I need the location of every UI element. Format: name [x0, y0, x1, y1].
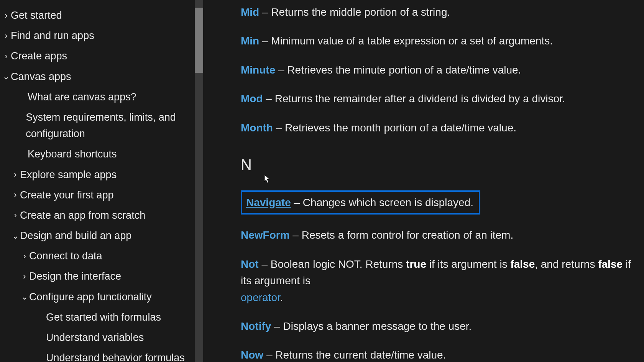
- fn-desc: Returns the middle portion of a string.: [271, 6, 450, 18]
- chevron-right-icon[interactable]: ›: [2, 32, 11, 40]
- sidebar-item[interactable]: ›Design the interface: [0, 266, 196, 287]
- operator-link[interactable]: operator: [241, 292, 280, 303]
- sidebar-item[interactable]: ›Get started: [0, 5, 196, 26]
- period: .: [280, 292, 283, 303]
- fn-entry: Notify – Displays a banner message to th…: [241, 318, 644, 334]
- fn-entry: Minute – Retrieves the minute portion of…: [241, 62, 644, 78]
- sidebar-item[interactable]: ›Understand variables: [0, 328, 196, 348]
- sidebar-item[interactable]: ›Keyboard shortcuts: [0, 144, 196, 164]
- sidebar-item[interactable]: ›Connect to data: [0, 246, 196, 266]
- chevron-right-icon[interactable]: ›: [2, 52, 11, 61]
- entry-dash: –: [274, 320, 283, 332]
- sidebar-scrollbar-thumb[interactable]: [195, 8, 203, 73]
- fn-desc: Minimum value of a table expression or a…: [271, 35, 553, 47]
- chevron-right-icon[interactable]: ›: [11, 211, 20, 219]
- section-heading-n: N: [241, 153, 644, 177]
- chevron-right-icon[interactable]: ›: [20, 272, 29, 281]
- sidebar-item-label: Create your first app: [20, 187, 114, 203]
- fn-entry: Mid – Returns the middle portion of a st…: [241, 4, 644, 20]
- chevron-down-icon[interactable]: ⌄: [20, 293, 29, 301]
- fn-desc: Returns the remainder after a dividend i…: [275, 93, 565, 105]
- fn-entry: Min – Minimum value of a table expressio…: [241, 33, 644, 49]
- entry-dash: –: [261, 258, 270, 270]
- sidebar-item[interactable]: ›System requirements, limits, and config…: [0, 107, 196, 144]
- sidebar-item[interactable]: ›Understand behavior formulas: [0, 348, 196, 362]
- sidebar-item[interactable]: ⌄Configure app functionality: [0, 287, 196, 307]
- sidebar-item-label: Get started: [11, 7, 62, 24]
- fn-link-newform[interactable]: NewForm: [241, 229, 290, 241]
- sidebar-item[interactable]: ›Create an app from scratch: [0, 205, 196, 226]
- fn-desc: Returns the current date/time value.: [275, 349, 446, 361]
- bold-true: true: [406, 258, 426, 270]
- content-area: Mid – Returns the middle portion of a st…: [203, 0, 644, 362]
- entry-dash: –: [266, 349, 275, 361]
- fn-link-not[interactable]: Not: [241, 258, 259, 270]
- sidebar-item[interactable]: ›Get started with formulas: [0, 307, 196, 328]
- sidebar-item[interactable]: ›Create apps: [0, 46, 196, 66]
- fn-link-month[interactable]: Month: [241, 122, 273, 134]
- entry-dash: –: [278, 64, 287, 76]
- sidebar-item[interactable]: ›What are canvas apps?: [0, 87, 196, 107]
- sidebar-item[interactable]: ⌄Canvas apps: [0, 67, 196, 87]
- chevron-right-icon[interactable]: ›: [11, 191, 20, 199]
- fn-entry: Month – Retrieves the month portion of a…: [241, 120, 644, 136]
- fn-desc: Retrieves the month portion of a date/ti…: [285, 122, 516, 134]
- sidebar-item-label: Design and build an app: [20, 228, 131, 244]
- fn-entry: Mod – Returns the remainder after a divi…: [241, 90, 644, 107]
- fn-link-navigate[interactable]: Navigate: [246, 197, 291, 208]
- sidebar-item-label: Design the interface: [29, 268, 121, 285]
- entry-dash: –: [266, 93, 274, 105]
- fn-desc: Displays a banner message to the user.: [283, 320, 472, 332]
- chevron-right-icon[interactable]: ›: [20, 252, 29, 260]
- highlighted-navigate-row: Navigate – Changes which screen is displ…: [241, 190, 480, 215]
- fn-entry-not: Not – Boolean logic NOT. Returns true if…: [241, 256, 644, 306]
- entry-dash: –: [262, 35, 271, 47]
- sidebar-item-label: Canvas apps: [11, 69, 71, 85]
- fn-link-minute[interactable]: Minute: [241, 64, 275, 76]
- sidebar-item-label: Create apps: [11, 48, 67, 64]
- sidebar-item-label: Find and run apps: [11, 28, 94, 44]
- entry-dash: –: [276, 122, 285, 134]
- fn-desc: Changes which screen is displayed.: [303, 197, 473, 208]
- bold-false: false: [598, 258, 623, 270]
- fn-desc: Retrieves the minute portion of a date/t…: [287, 64, 521, 76]
- fn-entry: Now – Returns the current date/time valu…: [241, 347, 644, 362]
- fn-entry: NewForm – Resets a form control for crea…: [241, 227, 644, 243]
- sidebar-item-label: Understand behavior formulas: [46, 350, 185, 362]
- fn-link-notify[interactable]: Notify: [241, 320, 271, 332]
- sidebar-item[interactable]: ›Find and run apps: [0, 26, 196, 46]
- sidebar-item-label: Understand variables: [46, 329, 144, 346]
- sidebar-item-label: Configure app functionality: [29, 289, 152, 305]
- chevron-right-icon[interactable]: ›: [2, 11, 11, 20]
- fn-link-now[interactable]: Now: [241, 349, 263, 361]
- sidebar-item-label: Get started with formulas: [46, 309, 161, 326]
- fn-link-mod[interactable]: Mod: [241, 93, 263, 105]
- fn-desc: Resets a form control for creation of an…: [302, 229, 513, 241]
- entry-dash: –: [292, 229, 301, 241]
- sidebar-item-label: Explore sample apps: [20, 167, 117, 183]
- sidebar-item-label: Create an app from scratch: [20, 207, 145, 224]
- entry-dash: –: [294, 197, 303, 208]
- fn-link-min[interactable]: Min: [241, 35, 259, 47]
- sidebar-scrollbar-track[interactable]: [195, 0, 203, 362]
- fn-desc-text: if its argument is: [426, 258, 510, 270]
- entry-dash: –: [262, 6, 271, 18]
- sidebar-item[interactable]: ›Create your first app: [0, 185, 196, 205]
- sidebar-item[interactable]: ⌄Design and build an app: [0, 226, 196, 246]
- fn-link-mid[interactable]: Mid: [241, 6, 259, 18]
- sidebar-item[interactable]: ›Explore sample apps: [0, 165, 196, 185]
- chevron-down-icon[interactable]: ⌄: [2, 72, 11, 81]
- sidebar-item-label: System requirements, limits, and configu…: [26, 109, 196, 142]
- sidebar-item-label: What are canvas apps?: [28, 89, 136, 105]
- fn-desc-text: , and returns: [535, 258, 598, 270]
- sidebar-item-label: Keyboard shortcuts: [28, 146, 117, 162]
- chevron-right-icon[interactable]: ›: [11, 170, 20, 179]
- sidebar-nav: ›Get started›Find and run apps›Create ap…: [0, 0, 203, 362]
- sidebar-item-label: Connect to data: [29, 248, 102, 264]
- bold-false: false: [510, 258, 535, 270]
- fn-desc-text: Boolean logic NOT. Returns: [271, 258, 406, 270]
- chevron-down-icon[interactable]: ⌄: [11, 232, 20, 240]
